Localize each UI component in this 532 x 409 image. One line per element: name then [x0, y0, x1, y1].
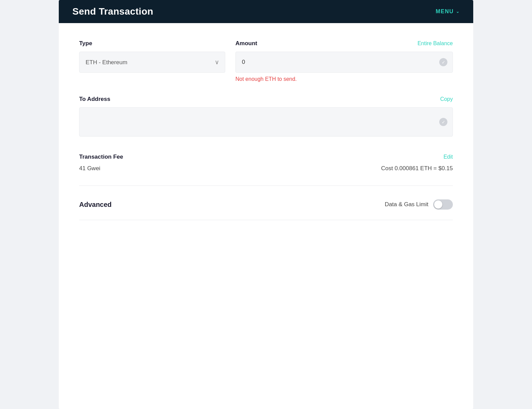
amount-error: Not enough ETH to send. [235, 76, 453, 82]
amount-input-wrapper: ✓ [235, 52, 453, 73]
app-container: Send Transaction MENU ⌄ Type ETH - Ether… [0, 0, 532, 409]
amount-input[interactable] [235, 52, 453, 73]
page-title: Send Transaction [72, 6, 153, 17]
to-address-input-wrapper: ✓ [79, 107, 453, 137]
toggle-group: Data & Gas Limit [385, 199, 453, 210]
to-address-section: To Address Copy ✓ [79, 96, 453, 137]
fee-gwei: 41 Gwei [79, 165, 100, 172]
transaction-fee-label: Transaction Fee [79, 154, 123, 160]
checkmark-icon: ✓ [442, 60, 445, 65]
type-label: Type [79, 40, 225, 47]
advanced-label: Advanced [79, 201, 112, 209]
amount-field-col: Amount Entire Balance ✓ Not enough ETH t… [235, 40, 453, 82]
to-address-input[interactable] [79, 107, 453, 137]
type-amount-row: Type ETH - EthereumBTC - BitcoinLTC - Li… [79, 40, 453, 82]
advanced-section: Advanced Data & Gas Limit [79, 199, 453, 210]
menu-label: MENU [436, 8, 454, 15]
entire-balance-button[interactable]: Entire Balance [418, 40, 453, 47]
fee-header-row: Transaction Fee Edit [79, 154, 453, 160]
type-select-wrapper: ETH - EthereumBTC - BitcoinLTC - Litecoi… [79, 52, 225, 73]
menu-button[interactable]: MENU ⌄ [436, 8, 460, 15]
transaction-fee-section: Transaction Fee Edit 41 Gwei Cost 0.0008… [79, 154, 453, 186]
header: Send Transaction MENU ⌄ [59, 0, 473, 23]
edit-fee-button[interactable]: Edit [443, 154, 453, 160]
advanced-divider [79, 220, 453, 220]
data-gas-limit-toggle[interactable] [433, 199, 453, 210]
address-checkmark-icon: ✓ [442, 120, 445, 125]
fee-cost: Cost 0.000861 ETH = $0.15 [381, 165, 453, 172]
type-field-col: Type ETH - EthereumBTC - BitcoinLTC - Li… [79, 40, 225, 82]
address-check-icon: ✓ [439, 118, 447, 126]
amount-label-row: Amount Entire Balance [235, 40, 453, 47]
main-card: Send Transaction MENU ⌄ Type ETH - Ether… [59, 0, 473, 409]
copy-button[interactable]: Copy [440, 96, 453, 102]
menu-chevron-icon: ⌄ [456, 9, 460, 14]
to-address-label-row: To Address Copy [79, 96, 453, 103]
toggle-label: Data & Gas Limit [385, 201, 429, 208]
amount-check-icon: ✓ [439, 58, 447, 66]
type-select[interactable]: ETH - EthereumBTC - BitcoinLTC - Litecoi… [79, 52, 225, 73]
toggle-knob [434, 200, 442, 209]
main-content: Type ETH - EthereumBTC - BitcoinLTC - Li… [59, 23, 473, 241]
fee-detail-row: 41 Gwei Cost 0.000861 ETH = $0.15 [79, 165, 453, 172]
